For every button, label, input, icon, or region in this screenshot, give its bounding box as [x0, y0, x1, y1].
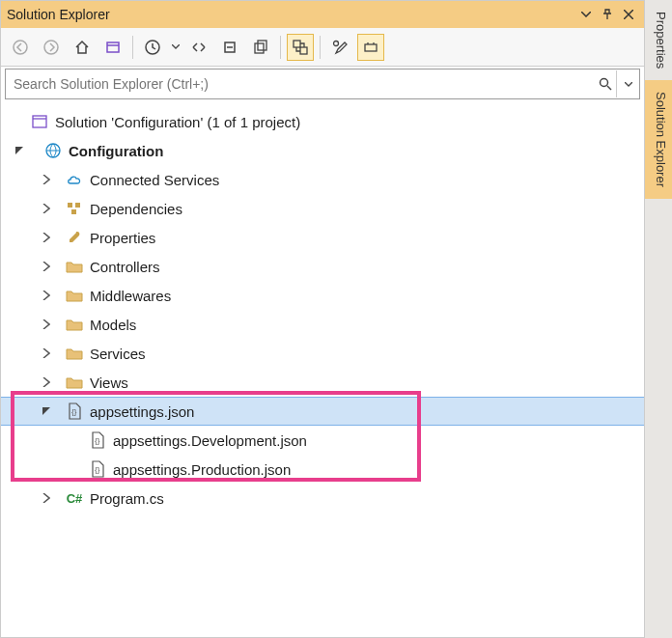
expander-closed-icon[interactable] [40, 318, 53, 331]
svg-point-0 [14, 41, 27, 54]
dropdown-icon[interactable] [576, 5, 596, 24]
svg-rect-7 [294, 41, 300, 47]
expander-open-icon[interactable] [40, 404, 53, 418]
views-node[interactable]: Views [1, 368, 644, 397]
label: Dependencies [90, 201, 182, 217]
wrench-icon [65, 228, 84, 247]
csharp-file-icon: C# [65, 488, 84, 508]
folder-icon [65, 373, 84, 392]
back-button[interactable] [7, 34, 34, 61]
label: Views [90, 374, 128, 391]
json-file-icon: {} [65, 402, 84, 421]
expander-closed-icon[interactable] [40, 289, 53, 302]
solution-node[interactable]: Solution 'Configuration' (1 of 1 project… [1, 107, 644, 136]
pin-icon[interactable] [598, 5, 617, 24]
svg-rect-14 [68, 203, 72, 208]
expander-closed-icon[interactable] [40, 260, 53, 273]
folder-icon [65, 315, 84, 334]
toolbar [1, 28, 644, 67]
search-dropdown-icon[interactable] [616, 70, 639, 97]
expander-closed-icon[interactable] [40, 231, 53, 244]
middlewares-node[interactable]: Middlewares [1, 281, 644, 310]
properties-node[interactable]: Properties [1, 223, 644, 252]
label: Controllers [90, 259, 160, 275]
appsettings-dev-node[interactable]: {} appsettings.Development.json [1, 426, 644, 455]
folder-icon [65, 286, 84, 305]
switch-views-button[interactable] [99, 34, 126, 61]
search-input[interactable] [6, 76, 593, 92]
svg-rect-5 [255, 43, 264, 53]
dependencies-node[interactable]: Dependencies [1, 194, 644, 223]
preview-selected-button[interactable] [287, 34, 314, 61]
search-bar [5, 69, 640, 99]
label: Connected Services [90, 172, 219, 188]
label: appsettings.json [90, 403, 194, 420]
svg-rect-15 [75, 203, 80, 208]
home-button[interactable] [69, 34, 96, 61]
json-file-icon: {} [88, 430, 107, 450]
label: Solution 'Configuration' (1 of 1 project… [55, 114, 300, 130]
label: Services [90, 346, 146, 362]
project-node[interactable]: Configuration [1, 136, 644, 165]
folder-icon [65, 257, 84, 276]
models-node[interactable]: Models [1, 310, 644, 339]
tab-properties[interactable]: Properties [645, 0, 672, 80]
pending-changes-button[interactable] [139, 34, 166, 61]
folder-icon [65, 344, 84, 363]
separator [132, 36, 133, 59]
program-node[interactable]: C# Program.cs [1, 484, 644, 513]
svg-text:{}: {} [95, 465, 100, 474]
services-node[interactable]: Services [1, 339, 644, 368]
tab-solution-explorer[interactable]: Solution Explorer [645, 80, 672, 199]
svg-rect-8 [300, 47, 307, 54]
svg-rect-10 [365, 44, 377, 51]
solution-icon [30, 112, 49, 131]
label: Configuration [69, 143, 163, 159]
expander-closed-icon[interactable] [40, 173, 53, 186]
properties-button[interactable] [326, 34, 353, 61]
svg-rect-16 [71, 209, 76, 214]
svg-rect-2 [107, 42, 119, 52]
preview-button[interactable] [357, 34, 384, 61]
csharp-web-icon [43, 141, 63, 160]
collapse-all-button[interactable] [216, 34, 243, 61]
svg-point-11 [600, 79, 607, 87]
label: appsettings.Production.json [113, 461, 291, 478]
expander-closed-icon[interactable] [40, 375, 53, 389]
titlebar: Solution Explorer [1, 1, 644, 28]
panel-title: Solution Explorer [7, 7, 574, 22]
svg-point-9 [334, 41, 339, 45]
label: Program.cs [90, 490, 164, 507]
connected-services-node[interactable]: Connected Services [1, 165, 644, 194]
solution-explorer-panel: Solution Explorer Solution 'Configuratio… [0, 0, 645, 638]
close-icon[interactable] [619, 5, 638, 24]
sync-button[interactable] [185, 34, 212, 61]
separator [280, 36, 281, 59]
svg-point-1 [44, 41, 58, 54]
search-icon[interactable] [593, 70, 616, 97]
show-all-files-button[interactable] [247, 34, 274, 61]
side-tab-strip: Properties Solution Explorer [645, 0, 672, 638]
tree: Solution 'Configuration' (1 of 1 project… [1, 103, 644, 637]
dropdown-button[interactable] [170, 34, 182, 61]
dependencies-icon [65, 199, 84, 218]
appsettings-prod-node[interactable]: {} appsettings.Production.json [1, 455, 644, 484]
separator [320, 36, 321, 59]
svg-rect-12 [33, 116, 46, 127]
expander-closed-icon[interactable] [40, 347, 53, 360]
forward-button[interactable] [38, 34, 65, 61]
expander-blank [13, 115, 26, 128]
expander-closed-icon[interactable] [40, 202, 53, 215]
svg-text:{}: {} [95, 436, 100, 445]
svg-text:{}: {} [71, 407, 77, 416]
expander-closed-icon[interactable] [40, 491, 53, 505]
json-file-icon: {} [88, 459, 107, 479]
svg-rect-6 [258, 41, 266, 50]
cloud-icon [65, 170, 84, 189]
label: appsettings.Development.json [113, 432, 307, 449]
label: Middlewares [90, 288, 171, 304]
expander-open-icon[interactable] [13, 144, 26, 157]
appsettings-node[interactable]: {} appsettings.json [1, 397, 644, 426]
controllers-node[interactable]: Controllers [1, 252, 644, 281]
label: Properties [90, 230, 155, 246]
